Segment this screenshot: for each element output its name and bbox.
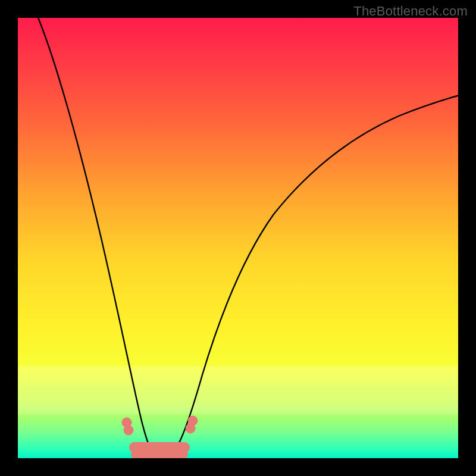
- curve-layer: [18, 18, 458, 458]
- recommended-range-markers: [122, 416, 198, 455]
- svg-point-1: [124, 425, 133, 435]
- svg-point-3: [188, 416, 198, 425]
- chart-frame: TheBottleneck.com: [0, 0, 476, 476]
- watermark-text: TheBottleneck.com: [353, 4, 468, 19]
- bottleneck-curve: [36, 18, 458, 456]
- plot-area: [18, 18, 458, 458]
